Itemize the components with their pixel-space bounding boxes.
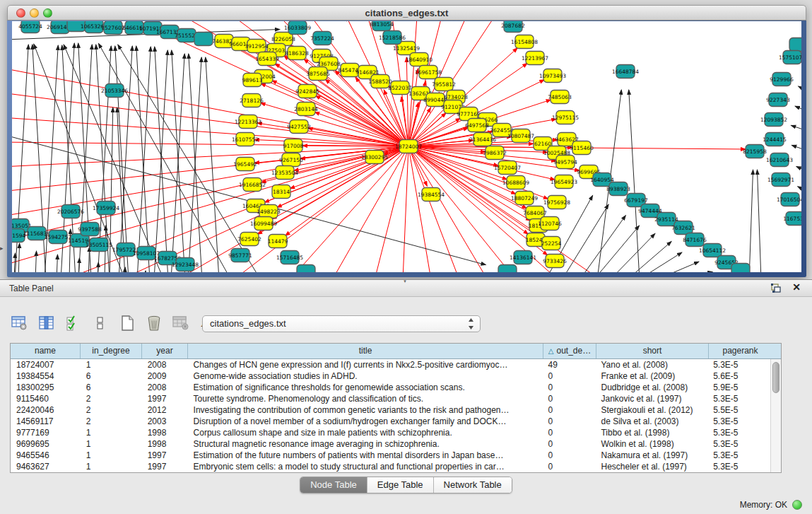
network-node[interactable]: 9427552 bbox=[287, 120, 311, 134]
network-node[interactable]: 252254 bbox=[541, 237, 562, 250]
network-node[interactable]: 17016504 bbox=[777, 193, 801, 206]
network-node[interactable] bbox=[731, 264, 750, 273]
network-node[interactable]: 3875685 bbox=[306, 67, 330, 81]
network-node[interactable]: 2803144 bbox=[294, 103, 318, 116]
tab-edge-table[interactable]: Edge Table bbox=[367, 477, 434, 493]
table-settings-icon[interactable] bbox=[10, 314, 30, 332]
network-node[interactable]: 15716485 bbox=[276, 251, 303, 264]
network-node[interactable]: 12093852 bbox=[760, 113, 787, 127]
network-node[interactable]: 16107552 bbox=[232, 133, 259, 146]
network-node[interactable]: 7986372 bbox=[483, 146, 507, 160]
network-node[interactable]: 1654339 bbox=[255, 52, 279, 66]
column-header[interactable]: △out_de… bbox=[543, 344, 596, 358]
network-node[interactable]: 6497568 bbox=[465, 119, 489, 132]
column-header[interactable]: name bbox=[11, 344, 81, 358]
vertical-scrollbar[interactable] bbox=[770, 359, 781, 472]
network-node[interactable]: 17359924 bbox=[93, 201, 119, 215]
network-node[interactable]: 9733426 bbox=[543, 255, 567, 268]
table-row[interactable]: 969969511998Structural magnetic resonanc… bbox=[11, 438, 770, 450]
table-row[interactable]: 977716911998Corpus callosum shape and si… bbox=[11, 427, 770, 438]
network-node[interactable]: 7632621 bbox=[671, 221, 695, 235]
table-row[interactable]: 2242004622012Investigating the contribut… bbox=[11, 404, 770, 416]
delete-trash-icon[interactable] bbox=[144, 314, 164, 332]
network-node[interactable] bbox=[194, 33, 213, 46]
network-node[interactable]: 21053346 bbox=[101, 84, 128, 98]
new-table-icon[interactable] bbox=[117, 314, 137, 332]
window-titlebar[interactable]: citations_edges.txt bbox=[7, 5, 806, 21]
column-header[interactable]: year bbox=[142, 344, 188, 358]
column-header[interactable]: pagerank bbox=[709, 344, 772, 358]
table-row[interactable]: 1456911722003Disruption of a novel membe… bbox=[11, 416, 770, 427]
network-node[interactable]: 20206576 bbox=[57, 205, 84, 218]
network-node[interactable]: 2718126 bbox=[240, 94, 264, 107]
table-row[interactable]: 946362711997Embryonic stem cells: a mode… bbox=[11, 461, 770, 472]
network-node[interactable]: 9115460 bbox=[570, 141, 594, 155]
network-node[interactable]: 9129966 bbox=[770, 73, 794, 86]
network-node[interactable]: 8471676 bbox=[683, 233, 707, 247]
tab-network-table[interactable]: Network Table bbox=[434, 477, 512, 493]
show-column-icon[interactable] bbox=[37, 314, 57, 332]
network-node[interactable]: 9227343 bbox=[766, 93, 790, 107]
network-node[interactable]: 9242845 bbox=[295, 85, 319, 98]
network-node[interactable]: 15720407 bbox=[494, 161, 521, 175]
network-node[interactable]: 9397588 bbox=[78, 223, 102, 236]
network-node[interactable]: 7485063 bbox=[548, 90, 572, 104]
float-panel-icon[interactable] bbox=[770, 283, 782, 294]
network-node[interactable]: 7625402 bbox=[237, 233, 261, 246]
network-node[interactable]: 4055724 bbox=[18, 21, 42, 33]
network-node[interactable]: 3912954 bbox=[245, 40, 269, 53]
network-node[interactable]: 1244415 bbox=[763, 133, 787, 146]
network-node[interactable] bbox=[789, 38, 801, 52]
network-node[interactable]: 8938923 bbox=[606, 182, 630, 196]
network-node[interactable]: 14136141 bbox=[510, 251, 536, 264]
tab-node-table[interactable]: Node Table bbox=[300, 477, 367, 493]
network-node[interactable]: 19756928 bbox=[543, 196, 570, 209]
network-node[interactable]: 16154808 bbox=[511, 35, 538, 49]
table-selector-dropdown[interactable]: citations_edges.txt bbox=[202, 315, 481, 332]
network-node[interactable]: 9857771 bbox=[228, 249, 252, 262]
network-node[interactable]: 16648784 bbox=[612, 65, 639, 78]
column-header[interactable]: in_degree bbox=[81, 344, 142, 358]
table-row[interactable]: 911546021997Tourette syndrome. Phenomeno… bbox=[11, 393, 770, 404]
network-node[interactable]: 917008 bbox=[283, 139, 304, 153]
network-node[interactable]: 1167533 bbox=[783, 212, 801, 226]
network-node[interactable]: 9495794 bbox=[553, 156, 577, 169]
network-node[interactable]: 18314 bbox=[272, 185, 290, 199]
network-node[interactable]: 8186328 bbox=[285, 47, 309, 60]
network-node[interactable]: 12213967 bbox=[522, 52, 548, 65]
table-panel-header[interactable]: Table Panel ▾ ✕ bbox=[0, 280, 812, 297]
table-row[interactable]: 1938455462009Genome-wide association stu… bbox=[11, 370, 770, 382]
scrollbar-thumb[interactable] bbox=[772, 362, 779, 393]
table-row[interactable]: 1872400712008Changes of HCN gene express… bbox=[11, 359, 770, 370]
splitter-handle-icon[interactable]: ▾ bbox=[401, 279, 408, 283]
network-node[interactable]: 1120746 bbox=[538, 217, 562, 230]
network-node[interactable]: 1965492 bbox=[233, 158, 257, 171]
network-node[interactable]: 10688609 bbox=[502, 176, 529, 189]
network-node[interactable]: 12975115 bbox=[552, 111, 579, 124]
network-node[interactable] bbox=[297, 265, 315, 273]
network-canvas[interactable]: 1872400718300295193845549242845280314494… bbox=[12, 21, 801, 272]
network-node[interactable]: 15751074 bbox=[779, 51, 801, 64]
network-node[interactable]: 19654923 bbox=[551, 175, 577, 189]
network-node[interactable]: 989613 bbox=[242, 74, 263, 87]
network-node[interactable]: 16210643 bbox=[766, 153, 793, 167]
network-node[interactable]: 114479 bbox=[268, 235, 288, 248]
select-columns-icon[interactable] bbox=[64, 314, 83, 332]
network-node[interactable] bbox=[498, 265, 517, 273]
table-row[interactable]: 946554611997Estimation of the future num… bbox=[11, 450, 770, 461]
network-node[interactable]: 8813054 bbox=[370, 21, 394, 31]
network-node[interactable]: 2087682 bbox=[501, 21, 525, 33]
network-node[interactable]: 9267150 bbox=[279, 153, 303, 167]
row-height-icon[interactable] bbox=[90, 314, 110, 332]
network-node[interactable]: 15692971 bbox=[767, 173, 794, 187]
network-node[interactable]: 7357224 bbox=[310, 32, 334, 45]
column-header[interactable]: title bbox=[188, 344, 543, 358]
network-node[interactable]: 8215958 bbox=[743, 145, 767, 158]
network-node[interactable]: 1498223 bbox=[257, 205, 281, 218]
network-node[interactable]: 7955812 bbox=[432, 78, 456, 91]
table-row[interactable]: 1830029562008Estimation of significance … bbox=[11, 382, 770, 393]
network-node[interactable]: 19384554 bbox=[418, 188, 445, 201]
close-panel-icon[interactable]: ✕ bbox=[792, 281, 801, 293]
network-node[interactable]: 16961758 bbox=[415, 66, 442, 79]
column-header[interactable]: short bbox=[596, 344, 709, 358]
